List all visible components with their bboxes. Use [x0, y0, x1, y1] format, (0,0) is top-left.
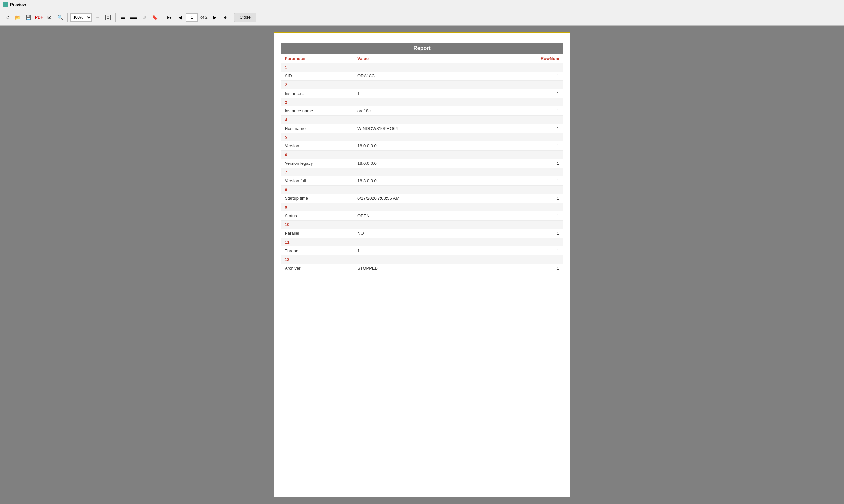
table-row: Thread 1 1 [281, 246, 563, 255]
report-title: Report [281, 43, 563, 54]
first-page-button[interactable]: ⏮ [165, 13, 174, 22]
value-cell: 18.0.0.0.0 [354, 159, 537, 168]
param-cell: Version legacy [281, 159, 354, 168]
fit-page-button[interactable]: ⊡ [104, 13, 113, 22]
value-cell: 1 [354, 246, 537, 255]
rownum-cell: 1 [537, 211, 563, 220]
next-page-button[interactable]: ▶ [210, 13, 219, 22]
param-cell: Version full [281, 176, 354, 185]
separator-3 [162, 13, 162, 22]
value-cell: OPEN [354, 211, 537, 220]
bookmark-button[interactable]: 🔖 [150, 13, 159, 22]
separator-2 [115, 13, 116, 22]
row-number: 6 [281, 151, 563, 159]
row-number: 11 [281, 238, 563, 247]
param-cell: Status [281, 211, 354, 220]
param-cell: Version [281, 141, 354, 151]
pdf-button[interactable]: PDF [34, 13, 43, 22]
double-page-icon: ▬▬ [129, 15, 139, 20]
param-cell: Instance # [281, 89, 354, 98]
row-number-row: 2 [281, 81, 563, 89]
row-number-row: 7 [281, 168, 563, 177]
next-page-icon: ▶ [213, 15, 217, 20]
main-area: Report Parameter Value RowNum 1 SID ORA1… [0, 26, 844, 504]
value-cell: NO [354, 229, 537, 238]
thumbnail-button[interactable]: ⊞ [140, 13, 149, 22]
value-cell: 1 [354, 89, 537, 98]
table-row: SID ORA18C 1 [281, 72, 563, 81]
zoom-out-icon: − [96, 15, 99, 20]
row-number: 1 [281, 63, 563, 72]
table-row: Instance # 1 1 [281, 89, 563, 98]
row-number: 9 [281, 203, 563, 212]
single-page-icon: ▬ [120, 15, 126, 20]
close-button[interactable]: Close [234, 13, 256, 22]
row-number: 3 [281, 98, 563, 107]
rownum-cell: 1 [537, 106, 563, 116]
prev-page-icon: ◀ [178, 15, 182, 20]
last-page-button[interactable]: ⏭ [221, 13, 230, 22]
search-button[interactable]: 🔍 [55, 13, 65, 22]
row-number-row: 8 [281, 185, 563, 194]
rownum-cell: 1 [537, 264, 563, 273]
open-button[interactable]: 📂 [13, 13, 22, 22]
zoom-out-button[interactable]: − [93, 13, 102, 22]
email-icon: ✉ [48, 15, 51, 20]
value-cell: ora18c [354, 106, 537, 116]
value-cell: 6/17/2020 7:03:56 AM [354, 194, 537, 203]
last-page-icon: ⏭ [223, 15, 228, 20]
open-icon: 📂 [15, 15, 21, 20]
rownum-cell: 1 [537, 246, 563, 255]
print-button[interactable]: 🖨 [3, 13, 12, 22]
bookmark-icon: 🔖 [152, 15, 158, 20]
param-cell: Thread [281, 246, 354, 255]
row-number: 12 [281, 255, 563, 264]
row-number-row: 4 [281, 116, 563, 124]
page-number-input[interactable] [186, 13, 198, 22]
table-row: Instance name ora18c 1 [281, 106, 563, 116]
row-number: 8 [281, 185, 563, 194]
row-number-row: 10 [281, 220, 563, 229]
rownum-cell: 1 [537, 72, 563, 81]
table-row: Parallel NO 1 [281, 229, 563, 238]
email-button[interactable]: ✉ [45, 13, 54, 22]
table-row: Version 18.0.0.0.0 1 [281, 141, 563, 151]
rownum-cell: 1 [537, 176, 563, 185]
title-bar: Preview [0, 0, 844, 9]
first-page-icon: ⏮ [167, 15, 172, 20]
page-of-text: of 2 [200, 15, 208, 20]
table-row: Host name WINDOWS10PRO64 1 [281, 124, 563, 133]
app-icon [3, 2, 8, 7]
rownum-cell: 1 [537, 194, 563, 203]
col-header-parameter: Parameter [281, 54, 354, 63]
toolbar: 🖨 📂 💾 PDF ✉ 🔍 100% 50% 75% 125% 150% 200… [0, 9, 844, 26]
value-cell: STOPPED [354, 264, 537, 273]
row-number-row: 6 [281, 151, 563, 159]
rownum-cell: 1 [537, 124, 563, 133]
row-number-row: 1 [281, 63, 563, 72]
row-number-row: 9 [281, 203, 563, 212]
rownum-cell: 1 [537, 159, 563, 168]
table-row: Version full 18.3.0.0.0 1 [281, 176, 563, 185]
param-cell: Archiver [281, 264, 354, 273]
separator-1 [67, 13, 68, 22]
prev-page-button[interactable]: ◀ [175, 13, 185, 22]
param-cell: SID [281, 72, 354, 81]
param-cell: Parallel [281, 229, 354, 238]
print-icon: 🖨 [5, 15, 10, 20]
value-cell: 18.3.0.0.0 [354, 176, 537, 185]
row-number-row: 3 [281, 98, 563, 107]
row-number: 4 [281, 116, 563, 124]
table-row: Status OPEN 1 [281, 211, 563, 220]
column-header-row: Parameter Value RowNum [281, 54, 563, 63]
value-cell: 18.0.0.0.0 [354, 141, 537, 151]
row-number-row: 11 [281, 238, 563, 247]
thumbnail-icon: ⊞ [143, 15, 146, 19]
page-single-button[interactable]: ▬ [118, 13, 128, 22]
col-header-rownum: RowNum [537, 54, 563, 63]
page-double-button[interactable]: ▬▬ [129, 13, 138, 22]
zoom-select[interactable]: 100% 50% 75% 125% 150% 200% [70, 13, 92, 22]
value-cell: WINDOWS10PRO64 [354, 124, 537, 133]
report-table: Report Parameter Value RowNum 1 SID ORA1… [281, 43, 563, 273]
save-button[interactable]: 💾 [24, 13, 33, 22]
